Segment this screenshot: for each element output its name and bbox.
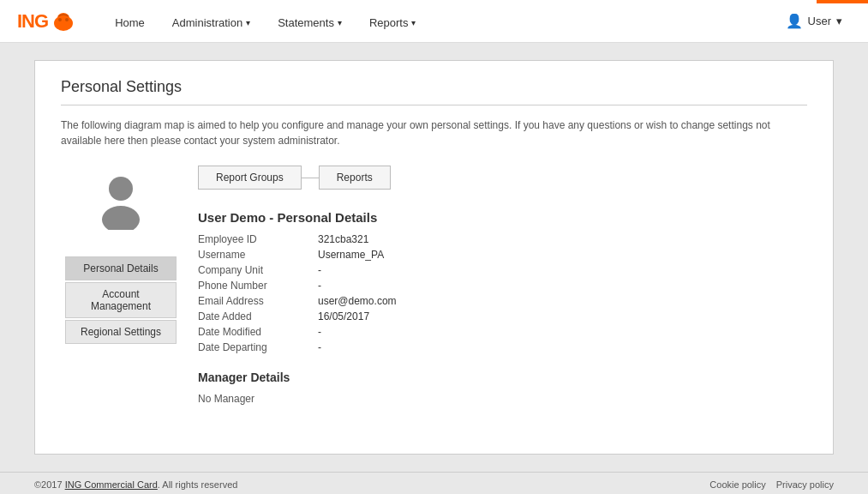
detail-value: Username_PA [318, 249, 807, 261]
detail-label: Phone Number [198, 280, 318, 292]
reports-flow-btn[interactable]: Reports [319, 166, 391, 190]
footer-copyright: ©2017 ING Commercial Card. All rights re… [34, 479, 237, 490]
content-card: Personal Settings The following diagram … [34, 60, 834, 455]
footer: ©2017 ING Commercial Card. All rights re… [0, 472, 868, 494]
svg-point-5 [102, 206, 140, 230]
footer-links: Cookie policy Privacy policy [709, 479, 834, 490]
ing-lion-icon [51, 11, 75, 32]
nav-links: Home Administration ▾ Statements ▾ Repor… [101, 0, 776, 43]
ing-logo-text: ING [17, 10, 48, 33]
flow-buttons: Report Groups Reports [198, 166, 807, 190]
personal-details-btn[interactable]: Personal Details [65, 256, 177, 280]
detail-label: Date Added [198, 310, 318, 322]
personal-details-title: User Demo - Personal Details [198, 210, 807, 225]
detail-label: Email Address [198, 295, 318, 307]
svg-point-3 [65, 18, 69, 21]
detail-value: - [318, 280, 807, 292]
detail-label: Date Modified [198, 326, 318, 338]
detail-label: Username [198, 249, 318, 261]
manager-details-title: Manager Details [198, 370, 807, 384]
user-icon: 👤 [786, 13, 803, 29]
detail-value: 321cba321 [318, 233, 807, 245]
detail-label: Employee ID [198, 233, 318, 245]
user-chevron-icon: ▾ [836, 15, 842, 27]
orange-accent-bar [817, 0, 868, 3]
detail-value: user@demo.com [318, 295, 807, 307]
details-table: Employee ID321cba321UsernameUsername_PAC… [198, 233, 807, 353]
left-panel: Personal Details Account Management Regi… [61, 166, 181, 405]
detail-label: Company Unit [198, 264, 318, 276]
nav-home[interactable]: Home [101, 0, 159, 43]
avatar [95, 170, 147, 230]
reports-chevron-icon: ▾ [411, 18, 416, 27]
svg-point-2 [58, 18, 62, 21]
privacy-policy-link[interactable]: Privacy policy [776, 479, 834, 490]
brand-logo[interactable]: ING [17, 10, 75, 33]
regional-settings-btn[interactable]: Regional Settings [65, 320, 177, 344]
detail-value: - [318, 326, 807, 338]
page-divider [61, 105, 807, 105]
nav-statements[interactable]: Statements ▾ [264, 0, 356, 43]
manager-section: Manager Details No Manager [198, 370, 807, 405]
content-layout: Personal Details Account Management Regi… [61, 166, 807, 405]
flow-connector [302, 178, 319, 178]
main-wrapper: Personal Settings The following diagram … [0, 43, 868, 472]
avatar-container [91, 166, 151, 234]
svg-point-4 [109, 177, 133, 201]
no-manager-text: No Manager [198, 393, 807, 405]
description-text: The following diagram map is aimed to he… [61, 117, 807, 148]
report-groups-btn[interactable]: Report Groups [198, 166, 302, 190]
right-panel: Report Groups Reports User Demo - Person… [198, 166, 807, 405]
sidebar-nav: Personal Details Account Management Regi… [65, 256, 177, 344]
detail-label: Date Departing [198, 341, 318, 353]
administration-chevron-icon: ▾ [246, 18, 250, 27]
detail-value: 16/05/2017 [318, 310, 807, 322]
detail-value: - [318, 264, 807, 276]
page-title: Personal Settings [61, 78, 807, 96]
footer-brand-link[interactable]: ING Commercial Card [65, 479, 158, 490]
detail-value: - [318, 341, 807, 353]
statements-chevron-icon: ▾ [338, 18, 342, 27]
navbar: ING Home Administration ▾ Statements ▾ R… [0, 0, 868, 43]
account-management-btn[interactable]: Account Management [65, 282, 177, 318]
nav-administration[interactable]: Administration ▾ [159, 0, 264, 43]
nav-reports[interactable]: Reports ▾ [356, 0, 430, 43]
cookie-policy-link[interactable]: Cookie policy [709, 479, 765, 490]
user-menu[interactable]: 👤 User ▾ [777, 0, 851, 43]
